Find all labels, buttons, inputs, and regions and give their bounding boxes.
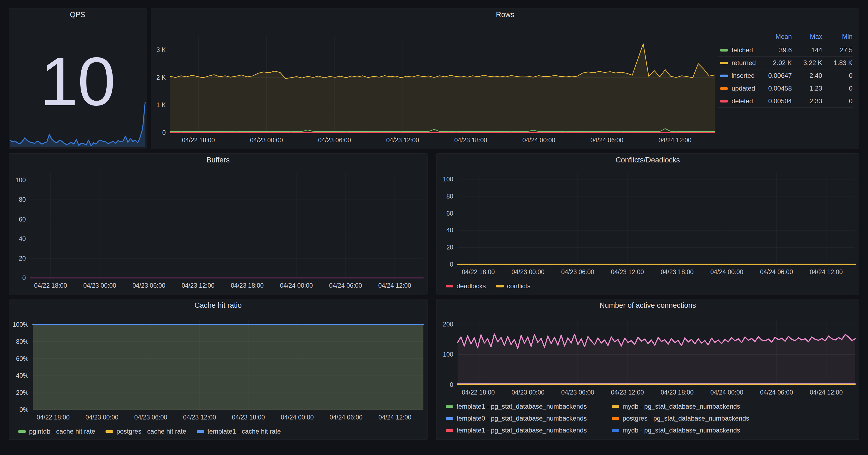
x-axis-label: 04/23 06:00 (318, 137, 351, 144)
series-fill-qps-sparkline (10, 102, 145, 147)
legend-row-deleted: deleted0.005042.330 (718, 95, 852, 108)
legend-label: inserted (732, 72, 755, 79)
deleted-min: 0 (822, 95, 852, 108)
legend-label: deadlocks (457, 282, 486, 290)
updated-max: 1.23 (792, 82, 822, 95)
y-axis-label: 60% (16, 355, 29, 362)
connections-legend: template1 - pg_stat_database_numbackends… (436, 400, 859, 440)
conflicts-body: 02040608010004/22 18:0004/23 00:0004/23 … (436, 166, 859, 294)
inserted-max: 2.40 (792, 69, 822, 82)
x-axis-label: 04/24 00:00 (281, 414, 314, 421)
series-toggle-updated[interactable]: updated (720, 85, 762, 92)
legend-swatch (446, 405, 453, 408)
legend-swatch (446, 417, 453, 420)
deleted-mean: 0.00504 (762, 95, 792, 108)
x-axis-label: 04/23 12:00 (386, 137, 420, 144)
y-axis-label: 80 (446, 193, 453, 200)
legend-item-template1-pg-stat-database-numbackends[interactable]: template1 - pg_stat_database_numbackends (446, 403, 612, 410)
y-axis-label: 100 (443, 351, 453, 358)
fetched-min: 27.5 (822, 44, 852, 57)
legend-label: template1 - pg_stat_database_numbackends (457, 426, 587, 434)
panel-title-conflicts[interactable]: Conflicts/Deadlocks (436, 154, 859, 166)
buffers-body: 02040608010004/22 18:0004/23 00:0004/23 … (9, 166, 427, 294)
x-axis-label: 04/24 06:00 (329, 282, 362, 289)
legend-label: mydb - pg_stat_database_numbackends (622, 426, 740, 434)
y-axis-label: 100% (12, 321, 29, 328)
rows-legend-table-grid: MeanMaxMinfetched39.614427.5returned2.02… (718, 31, 852, 108)
conflicts-legend: deadlocksconflicts (436, 281, 859, 294)
series-toggle-fetched[interactable]: fetched (720, 46, 762, 54)
legend-label: postgres - pg_stat_database_numbackends (622, 415, 749, 422)
x-axis-label: 04/23 00:00 (83, 282, 116, 289)
x-axis-label: 04/23 06:00 (134, 414, 167, 421)
panel-title-qps[interactable]: QPS (9, 8, 146, 21)
x-axis-label: 04/23 18:00 (231, 282, 264, 289)
x-axis-label: 04/22 18:00 (34, 282, 67, 289)
legend-item-template1-cache-hit-rate[interactable]: template1 - cache hit rate (197, 428, 281, 435)
panel-title-buffers[interactable]: Buffers (9, 154, 427, 166)
x-axis-label: 04/23 18:00 (660, 268, 693, 275)
legend-sort-min[interactable]: Min (822, 31, 852, 44)
y-axis-label: 20% (16, 389, 29, 396)
inserted-mean: 0.00647 (762, 69, 792, 82)
series-toggle-returned[interactable]: returned (720, 59, 762, 67)
series-fill-returned (170, 44, 715, 133)
y-axis-label: 60 (19, 216, 26, 223)
legend-sort-mean[interactable]: Mean (762, 31, 792, 44)
y-axis-label: 0% (20, 406, 29, 413)
fetched-mean: 39.6 (762, 44, 792, 57)
legend-swatch (720, 74, 728, 77)
x-axis-label: 04/24 06:00 (760, 268, 793, 275)
updated-mean: 0.00458 (762, 82, 792, 95)
series-toggle-deleted[interactable]: deleted (720, 97, 762, 105)
legend-label: postgres - cache hit rate (116, 428, 186, 435)
legend-label: fetched (732, 46, 753, 54)
x-axis-label: 04/24 00:00 (522, 137, 556, 144)
legend-label: updated (732, 85, 755, 92)
x-axis-label: 04/24 06:00 (330, 414, 363, 421)
legend-item-mydb-pg-stat-database-numbackends[interactable]: mydb - pg_stat_database_numbackends (612, 403, 856, 410)
x-axis-label: 04/23 00:00 (250, 137, 283, 144)
legend-item-template1-pg-stat-database-numbackends[interactable]: template1 - pg_stat_database_numbackends (446, 426, 612, 434)
x-axis-label: 04/23 18:00 (232, 414, 265, 421)
y-axis-label: 40 (19, 235, 26, 242)
x-axis-label: 04/23 00:00 (512, 268, 545, 275)
x-axis-label: 04/24 12:00 (378, 414, 411, 421)
panel-rows: Rows 01 K2 K3 K04/22 18:0004/23 00:0004/… (151, 8, 859, 149)
y-axis-label: 0 (450, 381, 453, 388)
x-axis-label: 04/24 00:00 (710, 389, 744, 396)
legend-item-conflicts[interactable]: conflicts (496, 282, 531, 290)
legend-swatch (496, 285, 504, 287)
rows-chart: 01 K2 K3 K04/22 18:0004/23 00:0004/23 06… (151, 21, 718, 149)
legend-swatch (446, 429, 453, 432)
series-toggle-inserted[interactable]: inserted (720, 72, 762, 79)
x-axis-label: 04/22 18:00 (37, 414, 70, 421)
x-axis-label: 04/23 00:00 (512, 389, 545, 396)
cache-legend: pgintdb - cache hit ratepostgres - cache… (9, 426, 427, 440)
legend-item-postgres-pg-stat-database-numbackends[interactable]: postgres - pg_stat_database_numbackends (612, 415, 856, 422)
y-axis-label: 40 (446, 227, 453, 234)
x-axis-label: 04/22 18:00 (462, 389, 495, 396)
panel-title-connections[interactable]: Number of active connections (436, 299, 859, 312)
x-axis-label: 04/24 12:00 (378, 282, 411, 289)
returned-mean: 2.02 K (762, 57, 792, 69)
panel-cache-hit-ratio: Cache hit ratio 0%20%40%60%80%100%04/22 … (9, 299, 428, 440)
legend-row-fetched: fetched39.614427.5 (718, 44, 852, 57)
legend-swatch (612, 405, 619, 408)
legend-item-template0-pg-stat-database-numbackends[interactable]: template0 - pg_stat_database_numbackends (446, 415, 612, 422)
x-axis-label: 04/22 18:00 (182, 137, 215, 144)
x-axis-label: 04/24 12:00 (659, 137, 692, 144)
y-axis-label: 20 (446, 244, 453, 251)
legend-item-postgres-cache-hit-rate[interactable]: postgres - cache hit rate (105, 428, 186, 435)
legend-item-mydb-pg-stat-database-numbackends[interactable]: mydb - pg_stat_database_numbackends (612, 426, 856, 434)
legend-item-pgintdb-cache-hit-rate[interactable]: pgintdb - cache hit rate (18, 428, 95, 435)
x-axis-label: 04/23 06:00 (132, 282, 165, 289)
x-axis-label: 04/23 12:00 (183, 414, 216, 421)
legend-item-deadlocks[interactable]: deadlocks (446, 282, 486, 290)
buffers-chart: 02040608010004/22 18:0004/23 00:0004/23 … (9, 166, 427, 294)
panel-title-cache[interactable]: Cache hit ratio (9, 299, 427, 312)
panel-title-rows[interactable]: Rows (151, 8, 859, 21)
legend-swatch (105, 430, 113, 433)
dashboard: QPS 10 Rows 01 K2 K3 K04/22 18:0004/23 0… (0, 0, 868, 455)
legend-sort-max[interactable]: Max (792, 31, 822, 44)
